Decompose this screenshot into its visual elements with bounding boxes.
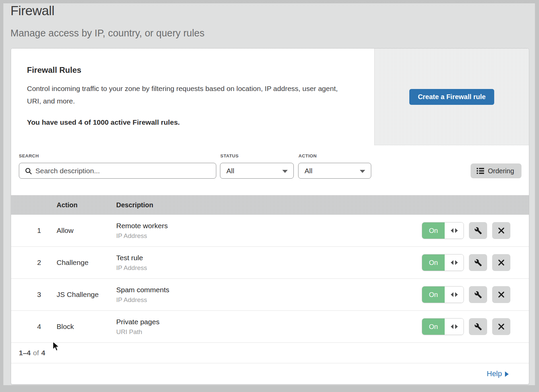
delete-rule-button[interactable] — [492, 222, 510, 239]
status-select[interactable]: All — [220, 163, 294, 179]
rule-description-cell: Remote workers IP Address — [116, 222, 414, 240]
chevron-right-icon — [455, 324, 458, 329]
page-background: Firewall Manage access by IP, country, o… — [3, 3, 535, 385]
rule-match-type: IP Address — [116, 264, 414, 272]
section-heading: Firewall Rules — [27, 65, 361, 75]
chevron-down-icon — [360, 170, 365, 173]
close-icon — [498, 227, 505, 234]
edit-rule-button[interactable] — [469, 318, 487, 335]
toggle-handle[interactable] — [445, 254, 464, 271]
rule-action: Challenge — [57, 259, 116, 267]
close-icon — [498, 291, 505, 298]
rule-match-type: IP Address — [116, 296, 414, 304]
action-selected-value: All — [305, 167, 312, 175]
rule-description: Spam comments — [116, 286, 414, 294]
rule-description-cell: Private pages URI Path — [116, 318, 414, 336]
usage-summary: You have used 4 of 1000 active Firewall … — [27, 118, 361, 126]
rule-enabled-toggle[interactable]: On — [422, 286, 464, 303]
chevron-right-icon — [455, 292, 458, 297]
table-header: Action Description — [11, 195, 529, 215]
firewall-rules-card: Firewall Rules Control incoming traffic … — [11, 48, 529, 385]
rule-action: Allow — [57, 227, 116, 235]
rule-match-type: IP Address — [116, 232, 414, 240]
chevron-right-icon — [455, 260, 458, 265]
toggle-handle[interactable] — [445, 222, 464, 239]
help-link[interactable]: Help — [487, 369, 509, 378]
action-label: ACTION — [298, 153, 317, 158]
chevron-left-icon — [451, 260, 453, 265]
edit-rule-button[interactable] — [469, 222, 487, 239]
intro-text-panel: Firewall Rules Control incoming traffic … — [11, 49, 374, 145]
rule-priority: 1 — [11, 227, 57, 235]
section-description: Control incoming traffic to your zone by… — [27, 82, 347, 107]
search-input[interactable] — [19, 163, 216, 178]
chevron-right-icon — [505, 371, 509, 377]
wrench-icon — [474, 291, 482, 299]
ordering-button-label: Ordering — [488, 167, 514, 175]
chevron-left-icon — [451, 292, 453, 297]
help-link-label: Help — [487, 369, 502, 378]
edit-rule-button[interactable] — [469, 286, 487, 303]
action-column-header: Action — [57, 201, 116, 209]
create-firewall-rule-button[interactable]: Create a Firewall rule — [409, 89, 494, 105]
rule-description: Test rule — [116, 254, 414, 262]
rule-enabled-toggle[interactable]: On — [422, 222, 464, 239]
chevron-left-icon — [451, 228, 453, 233]
delete-rule-button[interactable] — [492, 318, 510, 335]
close-icon — [498, 259, 505, 266]
search-label: SEARCH — [19, 153, 39, 158]
chevron-down-icon — [282, 170, 288, 173]
filters-bar: SEARCH STATUS All ACTION All — [11, 145, 529, 195]
table-row: 2 Challenge Test rule IP Address On — [11, 247, 529, 279]
toggle-handle[interactable] — [445, 287, 464, 303]
wrench-icon — [474, 259, 482, 267]
create-rule-panel: Create a Firewall rule — [374, 49, 529, 145]
rule-match-type: URI Path — [116, 328, 414, 336]
rule-action: JS Challenge — [57, 291, 116, 299]
table-row: 4 Block Private pages URI Path On — [11, 311, 529, 343]
pagination-of: of — [33, 349, 39, 357]
rule-priority: 3 — [11, 291, 57, 299]
ordered-list-icon — [477, 168, 484, 174]
status-selected-value: All — [226, 167, 234, 175]
toggle-handle[interactable] — [445, 319, 464, 335]
rule-description-cell: Spam comments IP Address — [116, 286, 414, 304]
rule-controls: On — [414, 254, 529, 271]
rule-enabled-toggle[interactable]: On — [422, 254, 464, 271]
rule-action: Block — [57, 323, 116, 331]
chevron-right-icon — [455, 228, 458, 233]
page-title: Firewall — [10, 3, 54, 18]
toggle-on-label: On — [422, 287, 445, 303]
ordering-button[interactable]: Ordering — [471, 163, 521, 178]
page-subtitle: Manage access by IP, country, or query r… — [10, 28, 204, 39]
pagination-range: 1–4 — [19, 349, 31, 357]
toggle-on-label: On — [422, 254, 445, 271]
delete-rule-button[interactable] — [492, 254, 510, 271]
rule-description-cell: Test rule IP Address — [116, 254, 414, 272]
rule-priority: 2 — [11, 259, 57, 267]
wrench-icon — [474, 227, 482, 235]
close-icon — [498, 323, 505, 330]
rule-enabled-toggle[interactable]: On — [422, 318, 464, 335]
search-box — [19, 163, 216, 179]
rule-description: Remote workers — [116, 222, 414, 230]
status-label: STATUS — [220, 153, 239, 158]
rule-description: Private pages — [116, 318, 414, 326]
toggle-on-label: On — [422, 222, 445, 239]
intro-section: Firewall Rules Control incoming traffic … — [11, 49, 529, 145]
chevron-left-icon — [451, 324, 453, 329]
toggle-on-label: On — [422, 319, 445, 335]
rule-controls: On — [414, 286, 529, 303]
pagination-bar: 1–4 of 4 — [11, 343, 529, 363]
pagination-total: 4 — [41, 349, 45, 357]
description-column-header: Description — [116, 201, 414, 209]
rule-controls: On — [414, 222, 529, 239]
edit-rule-button[interactable] — [469, 254, 487, 271]
wrench-icon — [474, 323, 482, 331]
rule-controls: On — [414, 318, 529, 335]
card-footer: Help — [11, 363, 529, 384]
action-select[interactable]: All — [298, 163, 371, 179]
delete-rule-button[interactable] — [492, 286, 510, 303]
table-row: 1 Allow Remote workers IP Address On — [11, 215, 529, 247]
search-icon — [25, 168, 32, 175]
